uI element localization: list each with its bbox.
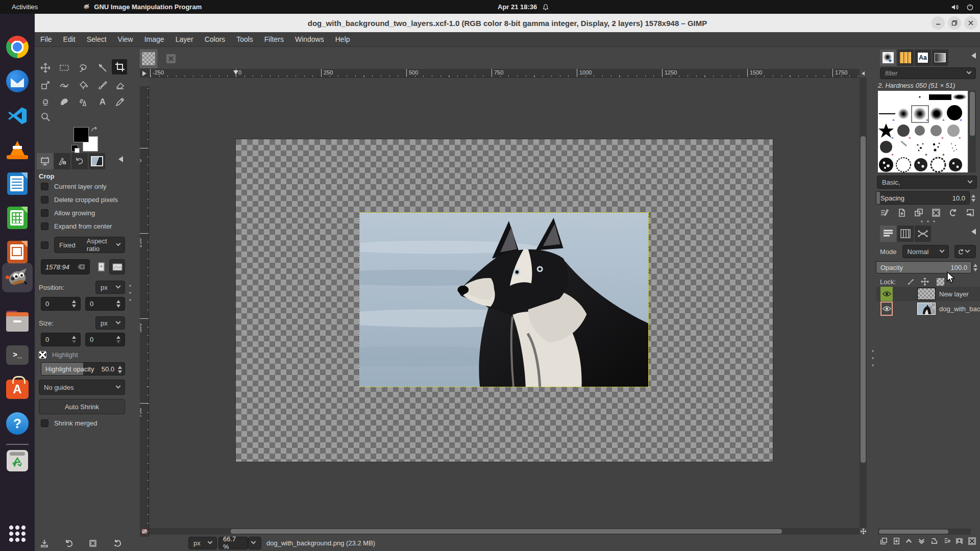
layer-mode-combo[interactable]: Normal [902, 245, 949, 258]
tab-paths[interactable] [915, 226, 931, 242]
tool-option-checkbox-row[interactable]: Allow growing [41, 209, 125, 217]
mode-reset-button[interactable] [954, 245, 976, 258]
checkbox[interactable] [41, 222, 48, 230]
image-tab-wilber[interactable] [163, 51, 179, 67]
collapse-arrow-icon[interactable] [971, 229, 976, 235]
gimp-titlebar[interactable]: dog_with_background_two_layers.xcf-1.0 (… [35, 14, 980, 32]
tab-brushes[interactable] [880, 49, 896, 66]
tab-device-status[interactable]: i [54, 153, 70, 169]
duplicate-layer-icon[interactable] [930, 537, 939, 545]
statusbar-zoom-combo[interactable] [248, 537, 261, 549]
duplicate-brush-icon[interactable] [914, 208, 923, 217]
checkbox[interactable] [41, 183, 48, 190]
delete-brush-icon[interactable] [932, 208, 941, 217]
size-height-input[interactable]: 0 [85, 333, 125, 346]
tool-crop[interactable] [112, 59, 128, 74]
layer-opacity-slider[interactable]: Opacity 100.0 [876, 261, 972, 273]
brush-grid-scrollbar[interactable] [969, 91, 976, 172]
visibility-cell[interactable] [880, 302, 893, 316]
vertical-scrollbar[interactable] [860, 78, 867, 528]
guides-combo[interactable]: No guides [39, 380, 125, 395]
dog-layer-boundary[interactable] [359, 212, 649, 387]
dock-item-vlc[interactable] [5, 137, 30, 162]
highlight-opacity-slider[interactable]: Highlight opacity 50.0 [41, 362, 125, 375]
dock-item-thunderbird[interactable] [5, 69, 30, 93]
tool-transform[interactable] [37, 78, 54, 93]
dock-item-ubuntu-software[interactable]: A [5, 377, 30, 402]
tool-smudge[interactable] [56, 94, 72, 110]
horizontal-ruler[interactable]: -25002505007501000125015001750 [149, 69, 860, 78]
tab-layers[interactable] [880, 226, 896, 242]
menu-item[interactable]: Tools [231, 33, 259, 45]
minimize-button[interactable] [932, 16, 945, 30]
statusbar-zoom-value[interactable]: 66.7 % [218, 537, 248, 549]
landscape-orientation-button[interactable] [109, 259, 125, 274]
dock-item-trash[interactable] [5, 448, 30, 473]
tool-ink[interactable] [75, 94, 91, 110]
size-unit-combo[interactable]: px [95, 316, 125, 330]
fixed-aspect-combo[interactable]: Fixed Aspect ratio [54, 237, 125, 253]
close-button[interactable] [964, 16, 977, 30]
highlight-row[interactable]: Highlight [39, 351, 78, 359]
lock-pixels-brush-icon[interactable] [904, 278, 917, 286]
tool-bucket-fill[interactable] [75, 78, 91, 93]
tool-move[interactable] [37, 60, 54, 76]
raise-layer-icon[interactable] [904, 537, 913, 545]
right-panel-splitter[interactable] [870, 47, 876, 551]
focused-app-menu[interactable]: GNU Image Manipulation Program [83, 3, 202, 11]
swap-colors-icon[interactable] [91, 127, 99, 134]
restore-tool-preset-icon[interactable] [64, 539, 74, 548]
tab-undo-history[interactable] [71, 153, 88, 169]
auto-shrink-button[interactable]: Auto Shrink [39, 399, 125, 414]
layer-thumbnail-transparent[interactable] [917, 288, 936, 300]
layer-name[interactable]: dog_with_bac [939, 305, 980, 313]
brush-scrollbar-thumb[interactable] [970, 92, 975, 136]
brush-group-combo[interactable]: Basic, [877, 176, 977, 189]
position-unit-combo[interactable]: px [95, 281, 125, 294]
menu-item[interactable]: Filters [259, 33, 289, 45]
system-status-area[interactable] [951, 0, 974, 14]
tool-eraser[interactable] [112, 78, 128, 93]
layers-list-scrollbar[interactable] [878, 529, 971, 535]
restore-button[interactable] [948, 16, 961, 30]
menu-item[interactable]: View [112, 33, 139, 45]
collapse-arrow-icon[interactable] [971, 53, 976, 59]
quick-mask-toggle[interactable] [140, 528, 149, 535]
horizontal-scrollbar-thumb[interactable] [231, 529, 782, 534]
layer-row-new-layer[interactable]: New layer [876, 287, 980, 301]
layers-scrollbar-thumb[interactable] [879, 530, 948, 534]
shrink-merged-row[interactable]: Shrink merged [41, 419, 97, 427]
new-layer-group-icon[interactable] [892, 537, 901, 545]
menu-item[interactable]: Edit [58, 33, 81, 45]
edit-brush-icon[interactable] [880, 208, 889, 217]
open-brush-as-image-icon[interactable] [966, 208, 975, 217]
foreground-color-swatch[interactable] [74, 127, 89, 142]
dock-item-gimp[interactable] [5, 265, 30, 290]
dock-resize-grip[interactable] [919, 220, 937, 222]
tab-gradients[interactable] [932, 49, 948, 66]
visibility-cell[interactable] [880, 287, 893, 301]
tool-option-checkbox-row[interactable]: Current layer only [41, 183, 125, 190]
delete-tool-preset-icon[interactable] [88, 539, 97, 548]
statusbar-unit-combo[interactable]: px [188, 537, 217, 549]
image-menu-button[interactable] [860, 69, 867, 78]
vertical-scrollbar-thumb[interactable] [861, 136, 866, 463]
fixed-checkbox[interactable] [41, 241, 48, 249]
save-tool-preset-icon[interactable] [40, 539, 49, 548]
dock-item-help[interactable]: ? [5, 411, 30, 436]
portrait-orientation-button[interactable] [95, 261, 107, 273]
tab-image-thumbnail[interactable] [89, 153, 105, 169]
menu-item[interactable]: Windows [289, 33, 330, 45]
dock-item-libreoffice-writer[interactable] [5, 171, 30, 196]
position-x-input[interactable]: 0 [41, 297, 81, 311]
new-brush-icon[interactable] [897, 208, 906, 217]
menu-item[interactable]: Image [139, 33, 170, 45]
ratio-input[interactable]: 1578:94 [41, 259, 90, 274]
menu-item[interactable]: Help [330, 33, 356, 45]
default-colors-icon[interactable] [71, 145, 78, 152]
new-layer-icon[interactable] [879, 537, 888, 545]
layer-name[interactable]: New layer [939, 290, 969, 298]
spacing-slider[interactable]: Spacing 10.0 [876, 191, 970, 205]
add-mask-icon[interactable] [955, 537, 964, 545]
size-width-input[interactable]: 0 [41, 333, 81, 346]
